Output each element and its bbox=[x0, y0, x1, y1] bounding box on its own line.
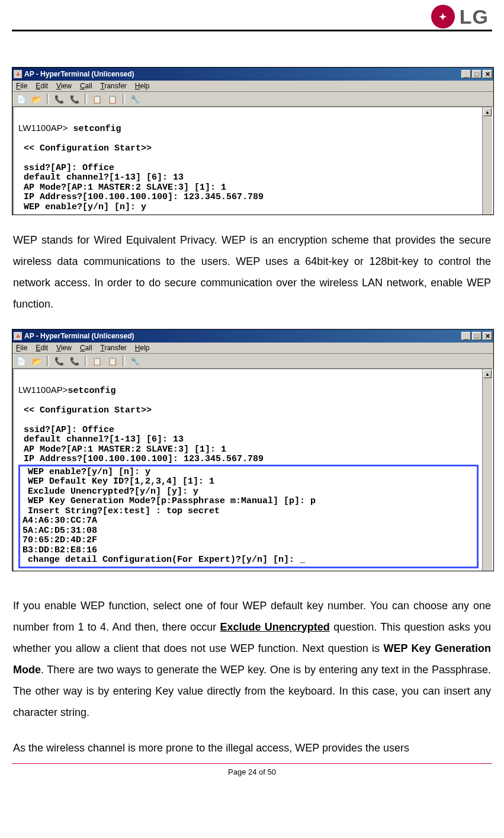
brand-logo-icon: ✦ bbox=[431, 5, 455, 28]
term-line: ssid?[AP]: Office bbox=[18, 425, 114, 435]
menu-transfer[interactable]: Transfer bbox=[101, 344, 127, 352]
menu-call[interactable]: Call bbox=[80, 344, 92, 352]
paragraph-3: As the wireless channel is more prone to… bbox=[13, 737, 491, 759]
tb-call-icon[interactable]: 📞 bbox=[53, 355, 66, 367]
tb-props-icon[interactable]: 🔧 bbox=[129, 93, 142, 105]
term-line: WEP Key Generation Mode?[p:Passphrase m:… bbox=[23, 496, 316, 506]
tb-open-icon[interactable]: 📂 bbox=[30, 93, 43, 105]
term-line: IP Address?[100.100.100.100]: 123.345.56… bbox=[18, 454, 264, 464]
scroll-up-icon[interactable]: ▲ bbox=[483, 370, 492, 378]
page-header: ✦ LG bbox=[12, 0, 492, 30]
menubar: File Edit View Call Transfer Help bbox=[12, 81, 493, 92]
term-line: << Configuration Start>> bbox=[18, 143, 152, 153]
tb-send-icon[interactable]: 📋 bbox=[91, 355, 104, 367]
close-button[interactable]: ✕ bbox=[483, 332, 492, 340]
close-button[interactable]: ✕ bbox=[483, 70, 492, 78]
menu-edit[interactable]: Edit bbox=[36, 82, 48, 90]
tb-hangup-icon[interactable]: 📞 bbox=[68, 93, 81, 105]
menu-file[interactable]: File bbox=[16, 82, 27, 90]
cmd: setconfig bbox=[68, 386, 116, 396]
menu-help[interactable]: Help bbox=[135, 344, 150, 352]
term-line: AP Mode?[AP:1 MASTER:2 SLAVE:3] [1]: 1 bbox=[18, 444, 226, 455]
menubar: File Edit View Call Transfer Help bbox=[12, 343, 493, 354]
tb-separator bbox=[85, 356, 87, 366]
highlight-box: WEP enable?[y/n] [n]: y WEP Default Key … bbox=[18, 465, 479, 568]
term-line: WEP enable?[y/n] [n]: y bbox=[23, 467, 150, 477]
term-line: Exclude Unencrypted?[y/n] [y]: y bbox=[23, 487, 198, 497]
tb-separator bbox=[123, 356, 125, 366]
tb-new-icon[interactable]: 📄 bbox=[15, 355, 28, 367]
scrollbar-vertical[interactable]: ▲ bbox=[482, 369, 492, 571]
term-line: WEP enable?[y/n] [n]: y bbox=[18, 202, 146, 212]
term-line: A4:A6:30:CC:7A bbox=[23, 516, 97, 526]
prompt: LW1100AP> bbox=[18, 385, 68, 395]
maximize-button[interactable]: □ bbox=[472, 70, 481, 78]
menu-file[interactable]: File bbox=[16, 344, 27, 352]
menu-view[interactable]: View bbox=[56, 82, 72, 90]
window-title: AP - HyperTerminal (Unlicensed) bbox=[24, 70, 460, 78]
titlebar[interactable]: 🔺 AP - HyperTerminal (Unlicensed) _ □ ✕ bbox=[12, 68, 493, 81]
tb-receive-icon[interactable]: 📋 bbox=[106, 93, 119, 105]
tb-hangup-icon[interactable]: 📞 bbox=[68, 355, 81, 367]
menu-call[interactable]: Call bbox=[80, 82, 92, 90]
term-line: << Configuration Start>> bbox=[18, 405, 152, 415]
toolbar: 📄 📂 📞 📞 📋 📋 🔧 bbox=[12, 92, 493, 106]
term-line: IP Address?[100.100.100.100]: 123.345.56… bbox=[18, 192, 264, 202]
maximize-button[interactable]: □ bbox=[472, 332, 481, 340]
scrollbar-vertical[interactable]: ▲ bbox=[482, 107, 492, 215]
menu-view[interactable]: View bbox=[56, 344, 72, 352]
brand-logo: ✦ LG bbox=[431, 5, 489, 28]
scroll-up-icon[interactable]: ▲ bbox=[483, 108, 492, 116]
term-line: B3:DD:B2:E8:16 bbox=[23, 545, 97, 555]
footer-rule bbox=[12, 763, 492, 764]
terminal-output[interactable]: LW1100AP> setconfig << Configuration Sta… bbox=[14, 107, 482, 215]
tb-separator bbox=[123, 94, 125, 104]
paragraph-1: WEP stands for Wired Equivalent Privacy.… bbox=[13, 229, 491, 315]
terminal-output[interactable]: LW1100AP>setconfig << Configuration Star… bbox=[14, 369, 482, 571]
tb-separator bbox=[47, 356, 49, 366]
tb-props-icon[interactable]: 🔧 bbox=[129, 355, 142, 367]
cmd: setconfig bbox=[73, 124, 121, 134]
toolbar: 📄 📂 📞 📞 📋 📋 🔧 bbox=[12, 354, 493, 368]
titlebar[interactable]: 🔺 AP - HyperTerminal (Unlicensed) _ □ ✕ bbox=[12, 330, 493, 343]
window-hyperterminal-2: 🔺 AP - HyperTerminal (Unlicensed) _ □ ✕ … bbox=[12, 329, 494, 571]
tb-call-icon[interactable]: 📞 bbox=[53, 93, 66, 105]
window-hyperterminal-1: 🔺 AP - HyperTerminal (Unlicensed) _ □ ✕ … bbox=[12, 67, 494, 215]
term-line: change detail Configuration(For Expert)?… bbox=[23, 555, 305, 565]
page-number: Page 24 of 50 bbox=[12, 767, 492, 776]
paragraph-2: If you enable WEP function, select one o… bbox=[13, 595, 491, 723]
minimize-button[interactable]: _ bbox=[461, 70, 471, 78]
menu-edit[interactable]: Edit bbox=[36, 344, 48, 352]
menu-help[interactable]: Help bbox=[135, 82, 150, 90]
menu-transfer[interactable]: Transfer bbox=[101, 82, 127, 90]
term-line: Insert String?[ex:test] : top secret bbox=[23, 506, 220, 516]
app-icon: 🔺 bbox=[14, 332, 22, 340]
term-line: ssid?[AP]: Office bbox=[18, 163, 114, 173]
term-line: WEP Default Key ID?[1,2,3,4] [1]: 1 bbox=[23, 476, 214, 487]
term-line: AP Mode?[AP:1 MASTER:2 SLAVE:3] [1]: 1 bbox=[18, 183, 226, 193]
term-line: default channel?[1-13] [6]: 13 bbox=[18, 434, 184, 444]
tb-separator bbox=[47, 94, 49, 104]
minimize-button[interactable]: _ bbox=[461, 332, 471, 340]
tb-open-icon[interactable]: 📂 bbox=[30, 355, 43, 367]
tb-separator bbox=[85, 94, 87, 104]
app-icon: 🔺 bbox=[14, 70, 22, 78]
tb-send-icon[interactable]: 📋 bbox=[91, 93, 104, 105]
window-title: AP - HyperTerminal (Unlicensed) bbox=[24, 332, 460, 340]
term-line: 70:65:2D:4D:2F bbox=[23, 535, 97, 545]
term-line: default channel?[1-13] [6]: 13 bbox=[18, 172, 184, 183]
term-line: 5A:AC:D5:31:08 bbox=[23, 526, 97, 536]
prompt: LW1100AP> bbox=[18, 123, 68, 133]
tb-new-icon[interactable]: 📄 bbox=[15, 93, 28, 105]
tb-receive-icon[interactable]: 📋 bbox=[106, 355, 119, 367]
brand-logo-text: LG bbox=[460, 5, 489, 28]
